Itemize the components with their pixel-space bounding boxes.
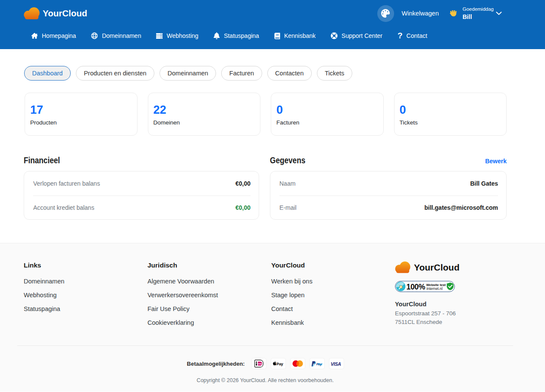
svg-text:l: l (321, 362, 323, 366)
svg-text:DEAL: DEAL (258, 363, 263, 365)
svg-text:Pa: Pa (317, 362, 321, 366)
svg-text:100%: 100% (407, 283, 426, 291)
svg-text:Internet.nl: Internet.nl (426, 286, 442, 291)
svg-text:VISA: VISA (331, 361, 341, 366)
svg-text:Pay: Pay (276, 361, 283, 366)
